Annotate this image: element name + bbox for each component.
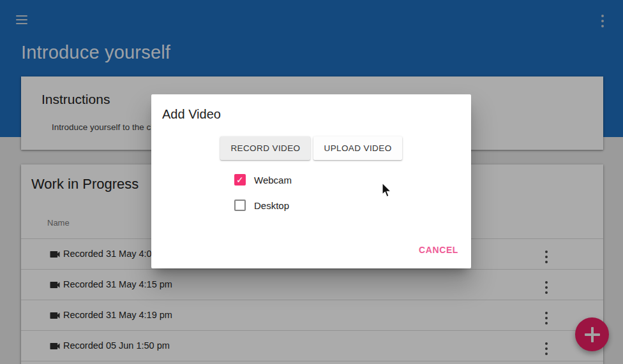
check-icon: ✓ — [236, 175, 244, 185]
desktop-checkbox[interactable]: ✓ — [234, 200, 246, 211]
webcam-label: Webcam — [254, 175, 292, 186]
add-video-dialog: Add Video RECORD VIDEO UPLOAD VIDEO ✓ We… — [151, 94, 471, 268]
cancel-button[interactable]: CANCEL — [417, 242, 460, 258]
record-video-button[interactable]: RECORD VIDEO — [220, 136, 310, 160]
upload-video-button[interactable]: UPLOAD VIDEO — [313, 136, 402, 160]
webcam-checkbox[interactable]: ✓ — [234, 174, 246, 186]
desktop-option[interactable]: ✓ Desktop — [234, 200, 289, 211]
dialog-title: Add Video — [162, 107, 221, 122]
webcam-option[interactable]: ✓ Webcam — [234, 174, 292, 186]
screen: Introduce yourself Instructions Introduc… — [0, 0, 623, 364]
dialog-button-row: RECORD VIDEO UPLOAD VIDEO — [151, 136, 471, 161]
desktop-label: Desktop — [254, 200, 289, 211]
